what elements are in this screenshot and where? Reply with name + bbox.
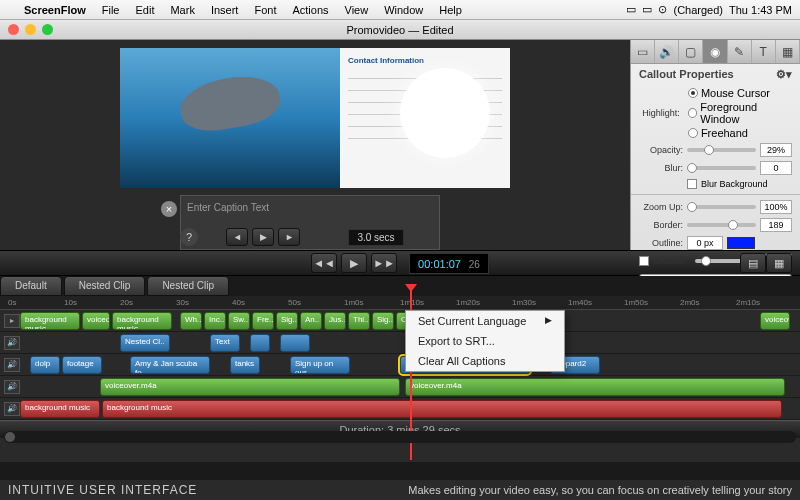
track-4[interactable]: 🔊 voiceover.m4a voiceover.m4a <box>0 376 800 398</box>
radio-mouse[interactable] <box>688 88 698 98</box>
border-slider[interactable] <box>687 223 756 227</box>
view-a-button[interactable]: ▤ <box>740 253 766 273</box>
menu-edit[interactable]: Edit <box>127 4 162 16</box>
menu-actions[interactable]: Actions <box>284 4 336 16</box>
clip[interactable]: voiceov <box>760 312 790 330</box>
play-button[interactable]: ▶ <box>252 228 274 246</box>
clip[interactable]: An.. <box>300 312 322 330</box>
tab-default[interactable]: Default <box>0 276 62 296</box>
menu-app[interactable]: ScreenFlow <box>16 4 94 16</box>
menu-mark[interactable]: Mark <box>162 4 202 16</box>
clip[interactable]: background music <box>20 312 80 330</box>
menu-clear-captions[interactable]: Clear All Captions <box>406 351 564 371</box>
clip[interactable]: Inc.. <box>204 312 226 330</box>
caption-close-button[interactable]: × <box>161 201 177 217</box>
clip[interactable]: background music <box>102 400 782 418</box>
mute-icon[interactable]: 🔊 <box>4 358 20 372</box>
caption-input[interactable]: Enter Caption Text <box>187 202 433 213</box>
rewind-button[interactable]: ◄◄ <box>311 253 337 273</box>
minimize-button[interactable] <box>25 24 36 35</box>
radio-window[interactable] <box>688 108 697 118</box>
prev-button[interactable]: ◄ <box>226 228 248 246</box>
clip[interactable]: background music <box>112 312 172 330</box>
clip[interactable]: voiceover.m4a <box>100 378 400 396</box>
camera-icon[interactable]: ▭ <box>626 3 636 16</box>
menu-insert[interactable]: Insert <box>203 4 247 16</box>
clip[interactable]: Nested Cl.. <box>120 334 170 352</box>
clip[interactable]: voiceover.m4a <box>405 378 785 396</box>
ruler[interactable]: 0s 10s 20s 30s 40s 50s 1m0s 1m10s 1m20s … <box>0 296 800 310</box>
view-b-button[interactable]: ▦ <box>766 253 792 273</box>
outline-color[interactable] <box>727 237 755 249</box>
clip[interactable]: Wh.. <box>180 312 202 330</box>
clip[interactable]: Text <box>210 334 240 352</box>
menu-view[interactable]: View <box>337 4 377 16</box>
menu-help[interactable]: Help <box>431 4 470 16</box>
clip[interactable]: Sig.. <box>276 312 298 330</box>
track-5[interactable]: 🔊 background music background music <box>0 398 800 420</box>
clip[interactable]: Jus.. <box>324 312 346 330</box>
clip[interactable]: background music <box>20 400 100 418</box>
menu-set-language[interactable]: Set Current Language▶ <box>406 311 564 331</box>
tab-nested-2[interactable]: Nested Clip <box>147 276 229 296</box>
canvas-area[interactable]: Contact Information × Enter Caption Text… <box>0 40 630 250</box>
mute-icon[interactable]: 🔊 <box>4 380 20 394</box>
menu-file[interactable]: File <box>94 4 128 16</box>
clip[interactable]: Sig.. <box>372 312 394 330</box>
clip[interactable]: footage <box>62 356 102 374</box>
track-3[interactable]: 🔊 dolp footage Amy & Jan scuba fo tanks … <box>0 354 800 376</box>
radio-freehand[interactable] <box>688 128 698 138</box>
clip[interactable]: dolp <box>30 356 60 374</box>
opacity-slider[interactable] <box>687 148 756 152</box>
clip[interactable]: Fre.. <box>252 312 274 330</box>
tab-video[interactable]: ▭ <box>631 40 655 63</box>
opacity-value[interactable]: 29% <box>760 143 792 157</box>
clip[interactable]: Amy & Jan scuba fo <box>130 356 210 374</box>
border-value[interactable]: 189 <box>760 218 792 232</box>
callout-magnify <box>400 68 490 158</box>
timeline[interactable]: Default Nested Clip Nested Clip 0s 10s 2… <box>0 276 800 462</box>
tab-text[interactable]: T <box>752 40 776 63</box>
clip[interactable]: voiceov <box>82 312 110 330</box>
menu-window[interactable]: Window <box>376 4 431 16</box>
timecode[interactable]: 00:01:07 26 <box>409 253 489 274</box>
clip[interactable] <box>280 334 310 352</box>
clip[interactable]: Sign up on our <box>290 356 350 374</box>
blur-bg-checkbox[interactable] <box>687 179 697 189</box>
tab-nested-1[interactable]: Nested Clip <box>64 276 146 296</box>
outline-px[interactable]: 0 px <box>687 236 723 250</box>
opacity-label: Opacity: <box>639 145 683 155</box>
close-button[interactable] <box>8 24 19 35</box>
tab-media[interactable]: ▦ <box>776 40 800 63</box>
clip[interactable]: tanks <box>230 356 260 374</box>
clip[interactable]: Thi.. <box>348 312 370 330</box>
zoom-button[interactable] <box>42 24 53 35</box>
clock[interactable]: Thu 1:43 PM <box>729 4 792 16</box>
clip[interactable]: Sw.. <box>228 312 250 330</box>
tab-callout[interactable]: ◉ <box>703 40 727 63</box>
blur-value[interactable]: 0 <box>760 161 792 175</box>
shadow-checkbox[interactable] <box>639 256 649 266</box>
zoom-value[interactable]: 100% <box>760 200 792 214</box>
zoom-slider[interactable] <box>687 205 756 209</box>
track-toggle-icon[interactable]: ▸ <box>4 314 20 328</box>
clip[interactable] <box>250 334 270 352</box>
h-scrollbar[interactable] <box>4 431 796 443</box>
menu-font[interactable]: Font <box>246 4 284 16</box>
display-icon[interactable]: ▭ <box>642 3 652 16</box>
track-1[interactable]: ▸ background music voiceov background mu… <box>0 310 800 332</box>
preview[interactable]: Contact Information <box>120 48 510 188</box>
tab-annotate[interactable]: ✎ <box>728 40 752 63</box>
gear-icon[interactable]: ⚙▾ <box>776 68 792 81</box>
blur-slider[interactable] <box>687 166 756 170</box>
mute-icon[interactable]: 🔊 <box>4 336 20 350</box>
menu-export-srt[interactable]: Export to SRT... <box>406 331 564 351</box>
tab-screen[interactable]: ▢ <box>679 40 703 63</box>
ffwd-button[interactable]: ►► <box>371 253 397 273</box>
mute-icon[interactable]: 🔊 <box>4 402 20 416</box>
play-pause-button[interactable]: ▶ <box>341 253 367 273</box>
wifi-icon[interactable]: ⊙ <box>658 3 667 16</box>
track-2[interactable]: 🔊 Nested Cl.. Text <box>0 332 800 354</box>
tab-audio[interactable]: 🔊 <box>655 40 679 63</box>
next-button[interactable]: ► <box>278 228 300 246</box>
